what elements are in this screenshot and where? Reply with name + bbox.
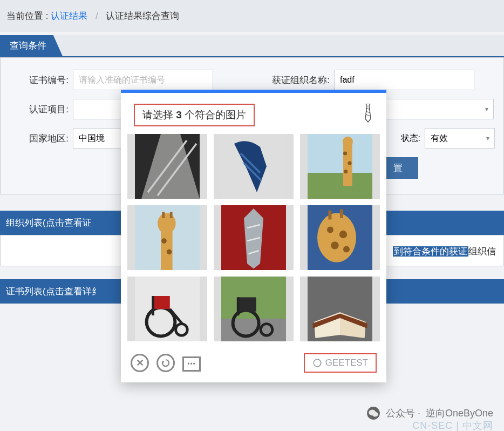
cert-no-input[interactable] (73, 70, 213, 90)
section-tab-container: 查询条件 (0, 35, 504, 57)
status-select[interactable] (425, 128, 495, 149)
svg-rect-18 (170, 212, 173, 218)
close-icon[interactable]: ✕ (131, 354, 149, 372)
svg-point-29 (339, 231, 347, 238)
org-name-label: 获证组织名称: (254, 74, 330, 86)
tile-tie-blue[interactable] (214, 134, 294, 199)
refresh-icon[interactable] (156, 354, 175, 372)
svg-point-27 (317, 213, 356, 262)
breadcrumb-label: 当前位置 : (6, 11, 48, 21)
svg-point-19 (161, 238, 167, 244)
tile-wheelchair-2[interactable] (214, 277, 294, 341)
svg-rect-8 (308, 173, 372, 199)
svg-point-10 (343, 137, 353, 147)
svg-point-30 (331, 241, 338, 249)
captcha-grid (131, 134, 377, 341)
svg-rect-44 (238, 297, 256, 311)
org-name-input[interactable] (334, 70, 474, 90)
result-suffix: 组织信 (468, 246, 496, 257)
necktie-icon (363, 104, 373, 126)
project-label: 认证项目: (9, 103, 69, 116)
region-label: 国家地区: (9, 132, 69, 145)
status-label: 状态: (383, 133, 420, 144)
tile-tie-gray[interactable] (127, 134, 207, 199)
breadcrumb-link-auth-results[interactable]: 认证结果 (51, 11, 87, 21)
feedback-icon[interactable]: ••• (182, 356, 201, 372)
watermark-site: CN-SEC | 中文网 (412, 419, 493, 431)
svg-rect-7 (308, 134, 372, 173)
tile-book[interactable] (300, 277, 380, 341)
svg-point-31 (343, 246, 350, 253)
svg-rect-33 (340, 209, 343, 218)
tile-giraffe-1[interactable] (300, 134, 380, 199)
svg-rect-32 (328, 211, 331, 220)
tile-giraffe-3[interactable] (300, 205, 380, 270)
svg-rect-41 (221, 319, 286, 341)
svg-point-13 (344, 170, 348, 173)
wechat-icon (366, 406, 380, 420)
svg-point-16 (158, 213, 176, 233)
cert-no-label: 证书编号: (9, 74, 69, 86)
captcha-modal: 请选择 3 个符合的图片 (121, 90, 386, 382)
svg-rect-17 (162, 212, 165, 218)
tile-tie-silver[interactable] (214, 205, 294, 270)
section-tab-query-conditions: 查询条件 (0, 35, 63, 56)
geetest-brand: GEETEST (304, 353, 377, 373)
svg-point-20 (167, 250, 172, 255)
svg-rect-37 (153, 296, 170, 309)
breadcrumb-current: 认证结果综合查询 (106, 11, 179, 21)
svg-point-11 (343, 151, 347, 155)
tile-giraffe-2[interactable] (127, 205, 207, 270)
svg-point-12 (348, 161, 351, 165)
svg-point-28 (327, 227, 333, 233)
result-highlight: 到符合条件的获证 (393, 246, 468, 257)
breadcrumb-separator: / (96, 11, 98, 21)
tile-wheelchair-1[interactable] (127, 277, 207, 341)
watermark-wechat: 公众号 · 逆向OneByOne (366, 406, 493, 420)
breadcrumb: 当前位置 : 认证结果 / 认证结果综合查询 (0, 0, 504, 32)
svg-point-54 (372, 412, 378, 417)
captcha-instruction: 请选择 3 个符合的图片 (134, 104, 255, 126)
